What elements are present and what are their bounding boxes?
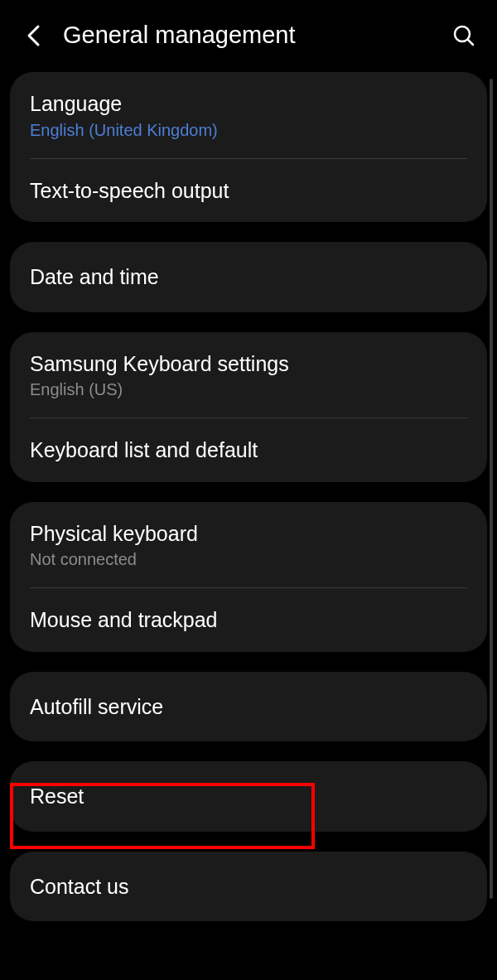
settings-item-date-time[interactable]: Date and time — [10, 242, 487, 312]
item-subtitle: Not connected — [30, 550, 467, 569]
item-title: Language — [30, 90, 467, 118]
page-title: General management — [63, 22, 451, 49]
content: Language English (United Kingdom) Text-t… — [0, 72, 497, 921]
item-title: Contact us — [30, 873, 467, 900]
item-title: Autofill service — [30, 693, 467, 721]
search-icon[interactable] — [451, 22, 477, 49]
item-title: Samsung Keyboard settings — [30, 350, 467, 378]
item-title: Date and time — [30, 263, 467, 291]
item-title: Mouse and trackpad — [30, 606, 467, 634]
settings-item-reset[interactable]: Reset — [10, 761, 487, 832]
settings-item-language[interactable]: Language English (United Kingdom) — [10, 72, 487, 158]
settings-card: Reset — [10, 761, 487, 832]
settings-card: Autofill service — [10, 672, 487, 742]
item-title: Text-to-speech output — [30, 177, 467, 205]
settings-card: Physical keyboard Not connected Mouse an… — [10, 502, 487, 652]
settings-item-contact-us[interactable]: Contact us — [10, 852, 487, 922]
settings-card: Language English (United Kingdom) Text-t… — [10, 72, 487, 222]
settings-item-samsung-keyboard[interactable]: Samsung Keyboard settings English (US) — [10, 332, 487, 418]
scrollbar[interactable] — [490, 79, 493, 899]
settings-card: Samsung Keyboard settings English (US) K… — [10, 332, 487, 482]
settings-item-keyboard-list[interactable]: Keyboard list and default — [10, 418, 487, 482]
item-subtitle: English (United Kingdom) — [30, 121, 467, 140]
header: General management — [0, 0, 497, 72]
settings-card: Date and time — [10, 242, 487, 312]
settings-item-mouse-trackpad[interactable]: Mouse and trackpad — [10, 588, 487, 652]
item-title: Keyboard list and default — [30, 437, 467, 464]
item-title: Physical keyboard — [30, 520, 467, 548]
settings-card: Contact us — [10, 852, 487, 922]
settings-item-autofill[interactable]: Autofill service — [10, 672, 487, 742]
item-subtitle: English (US) — [30, 380, 467, 399]
back-icon[interactable] — [20, 22, 46, 49]
settings-item-physical-keyboard[interactable]: Physical keyboard Not connected — [10, 502, 487, 588]
item-title: Reset — [30, 783, 467, 810]
settings-item-tts[interactable]: Text-to-speech output — [10, 159, 487, 223]
